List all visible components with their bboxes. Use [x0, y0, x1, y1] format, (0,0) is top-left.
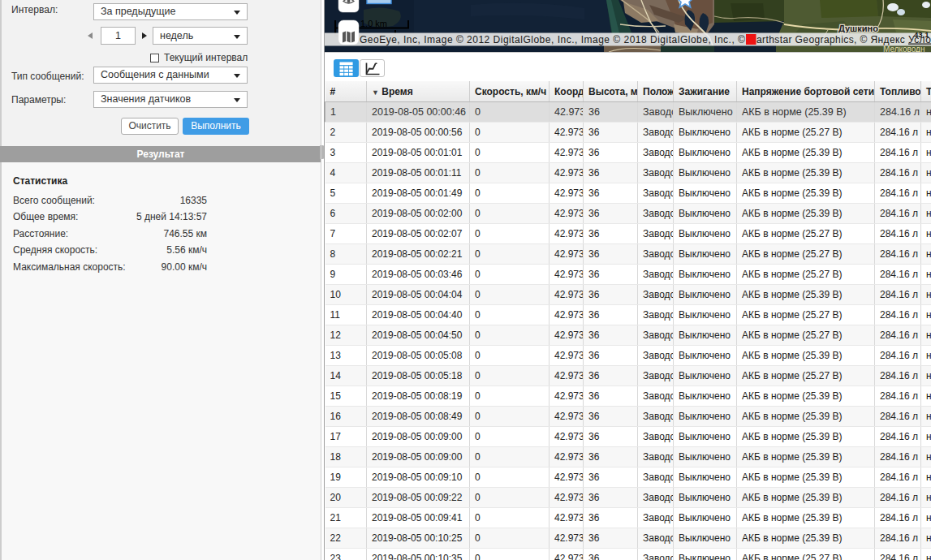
svg-text:arthstar Geographics, © Яндекс: arthstar Geographics, © Яндекс Усло — [756, 34, 931, 45]
svg-text:GeoEye, Inc, Image © 2012 Digi: GeoEye, Inc, Image © 2012 DigitalGlobe, … — [360, 34, 745, 45]
svg-text:Душкино: Душкино — [838, 24, 878, 33]
svg-text:1.0 km: 1.0 km — [360, 19, 387, 28]
svg-text:43.1: 43.1 — [914, 30, 929, 39]
